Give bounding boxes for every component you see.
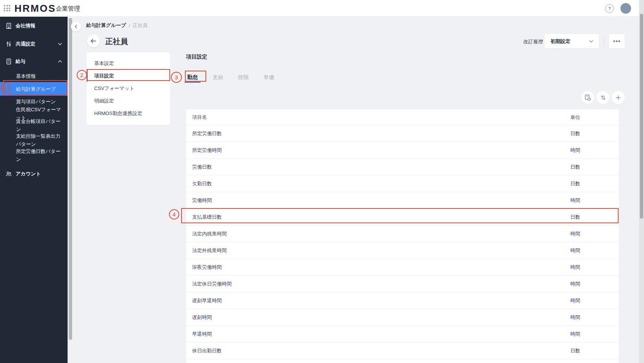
sidebar-scrollbar xyxy=(68,17,73,363)
add-button[interactable] xyxy=(612,91,625,104)
sidebar-item-company-info[interactable]: 会社情報 xyxy=(0,17,68,35)
breadcrumb-current: 正社員 xyxy=(133,22,148,29)
active-accent-bar xyxy=(87,70,88,82)
tab-kojo[interactable]: 控除 xyxy=(235,74,251,80)
breadcrumb-parent-link[interactable]: 給与計算グループ xyxy=(86,22,126,29)
top-bar: HRMOS 企業管理 ? xyxy=(0,0,644,17)
table-row[interactable]: 早退時間時間 xyxy=(186,326,619,342)
avatar[interactable] xyxy=(620,3,631,14)
chevron-down-icon xyxy=(589,40,593,43)
annotation-circle-3: 3 xyxy=(171,72,182,83)
breadcrumb-separator: / xyxy=(129,23,130,28)
tab-tanka[interactable]: 単価 xyxy=(261,74,277,80)
add-icon xyxy=(614,94,622,101)
users-icon xyxy=(5,170,12,177)
page-scrollbar-thumb[interactable] xyxy=(640,14,643,219)
sidebar-item-label: 会社情報 xyxy=(16,22,35,29)
tab-bar: 勤怠 支給 控除 単価 xyxy=(185,74,277,80)
file-history-button[interactable] xyxy=(581,91,594,104)
table-row[interactable]: 深夜労働時間時間 xyxy=(186,259,619,276)
file-history-icon xyxy=(584,94,592,101)
sliders-icon xyxy=(5,41,12,47)
table-row[interactable]: 遅刻早退時間時間 xyxy=(186,292,619,309)
arrow-left-icon xyxy=(90,38,96,44)
table-row[interactable]: 労働時間時間 xyxy=(186,192,619,209)
revision-history-label: 改訂履歴 xyxy=(523,38,543,45)
chevron-down-icon xyxy=(58,43,62,46)
sidebar-item-label: アカウント xyxy=(16,170,41,177)
sort-button[interactable] xyxy=(597,91,609,104)
chevron-up-icon xyxy=(58,60,62,63)
sidebar-item-payroll[interactable]: 給与 xyxy=(0,53,68,70)
revision-select[interactable]: 初期設定 xyxy=(545,34,599,48)
revision-selected-value: 初期設定 xyxy=(551,38,570,45)
column-header-unit: 単位 xyxy=(570,114,619,121)
table-row[interactable]: 遅刻時間時間 xyxy=(186,309,619,326)
table-header: 項目名 単位 xyxy=(186,109,619,125)
panel-collapse-button[interactable] xyxy=(71,22,81,32)
settings-nav-hrmos-kintai[interactable]: HRMOS勤怠連携設定 xyxy=(87,107,170,120)
table-row[interactable]: 休日出勤日数日数 xyxy=(186,342,619,359)
sidebar: 会社情報 共通設定 給与 基本情報 給与計算グループ 賞与項目パターン 住民税C… xyxy=(0,17,68,363)
back-button[interactable] xyxy=(87,35,100,47)
sidebar-item-account[interactable]: アカウント xyxy=(0,166,68,182)
items-table: 項目名 単位 所定労働日数日数 所定労働時間時間 労働日数日数 欠勤日数日数 労… xyxy=(186,109,619,363)
table-row[interactable]: 所定労働時間時間 xyxy=(186,142,619,159)
sidebar-item-common-settings[interactable]: 共通設定 xyxy=(0,35,68,53)
hrmos-logo: HRMOS xyxy=(14,3,56,14)
app-grid-icon[interactable] xyxy=(4,5,11,12)
table-row[interactable]: 所定労働日数日数 xyxy=(186,125,619,142)
help-icon[interactable]: ? xyxy=(605,4,614,13)
more-actions-button[interactable]: ••• xyxy=(609,34,625,48)
settings-nav-statement[interactable]: 明細設定 xyxy=(87,95,170,107)
page-scrollbar xyxy=(639,0,644,363)
annotation-circle-2: 2 xyxy=(77,70,87,80)
ellipsis-icon: ••• xyxy=(613,38,621,45)
settings-nav-card: 基本設定 項目設定 CSVフォーマット 明細設定 HRMOS勤怠連携設定 xyxy=(87,52,170,125)
sidebar-item-label: 給与 xyxy=(16,58,25,65)
table-row[interactable]: 欠勤日数日数 xyxy=(186,175,619,192)
table-row[interactable]: 法定休日労働時間時間 xyxy=(186,276,619,292)
tab-kintai[interactable]: 勤怠 xyxy=(185,74,200,80)
table-row[interactable]: 労働日数日数 xyxy=(186,159,619,175)
sidebar-scrollbar-thumb[interactable] xyxy=(69,18,72,340)
tab-shikyu[interactable]: 支給 xyxy=(210,74,226,80)
sidebar-subitem-basic-info[interactable]: 基本情報 xyxy=(0,70,68,82)
page-title: 正社員 xyxy=(105,36,128,47)
sidebar-subitem-scheduled-workdays-pattern[interactable]: 所定労働日数パターン xyxy=(0,149,68,161)
hrmos-admin-page: HRMOS 企業管理 ? 会社情報 共通設定 給与 基本情報 給与計算グループ … xyxy=(0,0,644,363)
settings-nav-basic[interactable]: 基本設定 xyxy=(87,57,170,69)
settings-nav-items[interactable]: 項目設定 xyxy=(87,69,170,82)
calculator-icon xyxy=(5,58,12,65)
sidebar-subitem-wage-ledger-pattern[interactable]: 賃金台帳項目パターン xyxy=(0,119,68,131)
table-row-highlighted[interactable]: 支払基礎日数日数 xyxy=(186,209,619,226)
table-row[interactable]: 法定内残業時間時間 xyxy=(186,226,619,242)
column-header-name: 項目名 xyxy=(186,114,570,121)
header-divider xyxy=(604,36,605,46)
sidebar-subitem-payroll-group[interactable]: 給与計算グループ xyxy=(0,82,68,96)
sidebar-item-label: 共通設定 xyxy=(16,41,35,47)
building-icon xyxy=(5,22,12,29)
section-heading: 項目設定 xyxy=(186,54,207,60)
chevron-left-icon xyxy=(74,24,77,29)
settings-nav-csv-format[interactable]: CSVフォーマット xyxy=(87,82,170,95)
sort-icon xyxy=(599,94,607,101)
product-name: 企業管理 xyxy=(56,5,80,13)
sidebar-subitem-payment-deduction-output[interactable]: 支給控除一覧表出力パターン xyxy=(0,131,68,149)
annotation-circle-4: 4 xyxy=(169,209,179,219)
breadcrumb: 給与計算グループ / 正社員 xyxy=(86,22,148,29)
table-row[interactable]: 法定外残業時間時間 xyxy=(186,242,619,259)
